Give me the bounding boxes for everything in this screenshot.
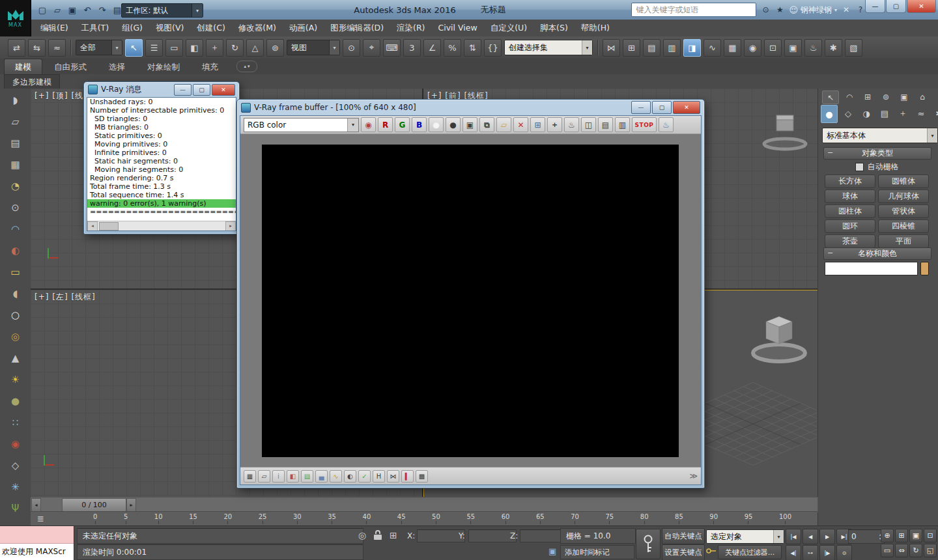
- shapes-category[interactable]: ◇: [840, 105, 856, 122]
- macro-recorder-field[interactable]: [0, 526, 74, 544]
- minimize-button[interactable]: —: [631, 101, 651, 114]
- scene-explorer-icon[interactable]: ▤: [643, 39, 661, 57]
- close-button[interactable]: ✕: [212, 84, 235, 96]
- grass-tool-icon[interactable]: Ψ: [7, 500, 25, 516]
- maxscript-mini-listener[interactable]: 欢迎使用 MAXScr: [0, 526, 74, 560]
- selection-filter-combo[interactable]: 全部 ▾: [76, 40, 122, 55]
- menu-item[interactable]: 创建(C): [190, 20, 231, 36]
- menu-item[interactable]: 视图(V): [149, 20, 190, 36]
- ribbon-tab[interactable]: 填充: [192, 59, 229, 74]
- region-render-icon[interactable]: ♨: [564, 117, 579, 132]
- autogrid-checkbox[interactable]: [855, 163, 864, 171]
- scatter-tool-icon[interactable]: ∷: [7, 414, 25, 430]
- save-file-icon[interactable]: ▣: [66, 3, 79, 16]
- collapse-icon[interactable]: −: [827, 249, 833, 257]
- menu-item[interactable]: 动画(A): [283, 20, 324, 36]
- select-and-move-icon[interactable]: ＋: [206, 39, 223, 57]
- mini-curve-editor-button[interactable]: ≣: [37, 514, 44, 524]
- search-icon[interactable]: ⊙: [760, 4, 771, 16]
- edit-named-sets-icon[interactable]: {}: [484, 39, 502, 57]
- select-and-place-icon[interactable]: ⊚: [266, 39, 284, 57]
- chevron-down-icon[interactable]: ▾: [927, 128, 937, 143]
- pixel-info-icon[interactable]: ▤: [598, 117, 613, 132]
- expand-chevron-icon[interactable]: ≫: [689, 471, 698, 481]
- key-selection-filter-combo[interactable]: 选定对象 ▾: [706, 529, 784, 544]
- primitive-button[interactable]: 几何球体: [878, 189, 929, 203]
- spheres-pair-icon[interactable]: ◉: [7, 436, 25, 452]
- save-image-icon[interactable]: ▣: [462, 117, 477, 132]
- alpha-channel-icon[interactable]: ●: [429, 117, 444, 132]
- use-pivot-center-icon[interactable]: ⊙: [343, 39, 360, 57]
- white-sphere-icon[interactable]: ○: [7, 307, 25, 323]
- scrollbar-thumb[interactable]: [99, 222, 119, 231]
- systems-category[interactable]: ✱: [931, 105, 938, 122]
- cone-tool-icon[interactable]: ▲: [7, 350, 25, 366]
- menu-item[interactable]: 脚本(S): [533, 20, 575, 36]
- pan-view-icon[interactable]: ⇔: [895, 544, 908, 557]
- maximize-button[interactable]: ▢: [193, 84, 210, 96]
- space-warps-category[interactable]: ≈: [913, 105, 929, 122]
- hierarchy-tab[interactable]: ⊞: [860, 91, 875, 103]
- vfb-stamp-icon[interactable]: ▍: [401, 470, 414, 483]
- maximize-viewport-icon[interactable]: ◱: [924, 544, 937, 557]
- time-slider-handle[interactable]: 0 / 100: [62, 498, 126, 512]
- chevron-down-icon[interactable]: ▾: [582, 40, 592, 55]
- undo-icon[interactable]: ↶: [81, 3, 94, 16]
- select-and-manipulate-icon[interactable]: ⌖: [363, 39, 380, 57]
- zoom-icon[interactable]: ⊕: [881, 529, 894, 542]
- vfb-srgb-icon[interactable]: ✓: [358, 470, 371, 483]
- clear-image-icon[interactable]: ✕: [513, 117, 528, 132]
- y-coordinate-field[interactable]: [468, 529, 517, 542]
- primitive-button[interactable]: 茶壶: [825, 234, 875, 248]
- curve-editor-icon[interactable]: ∿: [704, 39, 721, 57]
- vfb-red-green-icon[interactable]: ◧: [287, 470, 299, 483]
- add-time-tag[interactable]: 添加时间标记: [560, 545, 634, 559]
- rendered-frame-window-icon[interactable]: ▣: [784, 39, 802, 57]
- maximize-button[interactable]: ▢: [886, 0, 906, 13]
- scroll-left-icon[interactable]: ◂: [87, 221, 98, 231]
- user-account[interactable]: ☺ 钢神绿钢 ▾: [789, 5, 837, 16]
- horizontal-scrollbar[interactable]: ◂ ▸: [87, 221, 236, 231]
- compare-images-icon[interactable]: ◫: [581, 117, 596, 132]
- primitive-button[interactable]: 管状体: [878, 204, 929, 218]
- select-and-scale-icon[interactable]: △: [246, 39, 264, 57]
- modify-tab[interactable]: ◠: [842, 91, 857, 103]
- side-panel-icon[interactable]: ▥: [615, 117, 630, 132]
- zoom-extents-all-icon[interactable]: ⊡: [924, 529, 937, 542]
- object-type-rollout[interactable]: − 对象类型: [823, 147, 931, 160]
- favorites-icon[interactable]: ★: [774, 4, 786, 16]
- curve-brush-icon[interactable]: ◠: [7, 221, 25, 237]
- unlink-selection-icon[interactable]: ⇆: [28, 39, 46, 57]
- spinner-snap-icon[interactable]: ⇅: [464, 39, 481, 57]
- snap-toggle-icon[interactable]: 3: [403, 39, 421, 57]
- menu-item[interactable]: 渲染(R): [390, 20, 431, 36]
- object-name-input[interactable]: [825, 262, 918, 275]
- close-button[interactable]: ✕: [907, 0, 936, 13]
- viewport-left-label[interactable]: [+] [左] [线框]: [35, 292, 96, 303]
- 3ds-max-logo[interactable]: MAX: [0, 0, 31, 36]
- material-editor-icon[interactable]: ◉: [744, 39, 761, 57]
- exchange-apps-icon[interactable]: ✕: [840, 4, 852, 16]
- vray-messages-titlebar[interactable]: V-Ray 消息 —▢✕: [84, 82, 239, 97]
- redo-icon[interactable]: ↷: [96, 3, 109, 16]
- key-filters-button[interactable]: 关键点过滤器...: [718, 545, 782, 559]
- set-key-button[interactable]: 设置关键点: [662, 544, 705, 560]
- scroll-right-icon[interactable]: ▸: [225, 221, 236, 231]
- sphere-brush-icon[interactable]: ◔: [7, 178, 25, 194]
- select-and-link-icon[interactable]: ⇄: [8, 39, 25, 57]
- reference-coordinate-combo[interactable]: 视图 ▾: [287, 40, 340, 55]
- angle-snap-icon[interactable]: ∠: [423, 39, 441, 57]
- snow-tool-icon[interactable]: ✳: [7, 479, 25, 495]
- polygon-modeling-panel[interactable]: 多边形建模: [4, 74, 60, 89]
- zoom-all-icon[interactable]: ⊞: [895, 529, 908, 542]
- board-tool-icon[interactable]: ▤: [7, 135, 25, 151]
- next-key-button[interactable]: |▶: [819, 545, 835, 560]
- display-tab[interactable]: ▣: [896, 91, 912, 103]
- set-keys-button[interactable]: [636, 529, 661, 559]
- time-configuration-button[interactable]: ⊙: [836, 545, 852, 560]
- time-slider-next-button[interactable]: ▸: [126, 498, 136, 512]
- open-file-icon[interactable]: ▱: [51, 3, 64, 16]
- workspace-combo[interactable]: 工作区: 默认 ▾: [121, 3, 203, 18]
- listener-field[interactable]: 欢迎使用 MAXScr: [0, 544, 74, 560]
- asset-library-icon[interactable]: ▧: [845, 39, 862, 57]
